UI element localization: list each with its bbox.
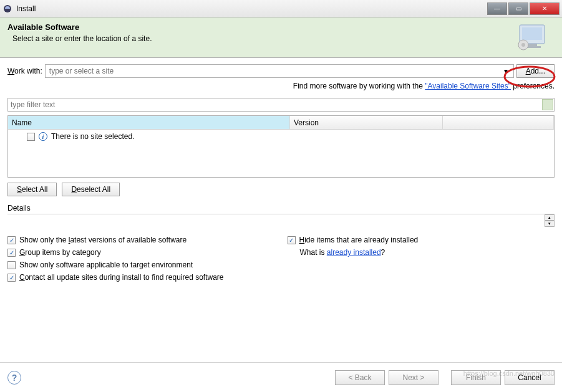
hide-installed-checkbox[interactable]: ✓ Hide items that are already installed [288,236,555,244]
find-more-hint: Find more software by working with the "… [7,82,555,90]
table-row: i There is no site selected. [8,130,554,143]
scroll-up-button[interactable]: ▴ [545,214,555,221]
clear-filter-button[interactable] [542,99,553,110]
empty-message: There is no site selected. [51,132,134,141]
work-with-label: Work with: [7,67,42,75]
work-with-combo[interactable]: ▾ [45,64,514,78]
filter-input[interactable] [7,98,555,112]
back-button[interactable]: < Back [335,370,385,385]
row-checkbox[interactable] [27,133,35,141]
column-name[interactable]: Name [8,116,290,129]
show-latest-checkbox[interactable]: ✓ Show only the latest versions of avail… [7,236,275,244]
contact-sites-checkbox[interactable]: ✓ Contact all update sites during instal… [7,273,555,282]
maximize-button[interactable]: ▭ [508,2,528,15]
window-title: Install [16,4,486,13]
available-sites-link[interactable]: "Available Software Sites" [425,82,511,90]
details-label: Details [7,204,555,214]
next-button[interactable]: Next > [389,370,438,385]
filter-wrap [7,98,555,112]
wizard-header: Available Software Select a site or ente… [0,17,562,58]
what-is-hint: What is already installed? [288,248,555,257]
work-with-row: Work with: ▾ Add... [7,64,555,78]
table-header: Name Version [8,116,554,130]
column-version[interactable]: Version [290,116,443,129]
install-wizard-icon [515,22,550,51]
options-grid: ✓ Show only the latest versions of avail… [7,236,555,282]
finish-button[interactable]: Finish [451,370,501,385]
window-controls: — ▭ ✕ [486,2,560,15]
header-subtitle: Select a site or enter the location of a… [7,34,515,43]
title-bar: Install — ▭ ✕ [0,0,562,17]
column-rest [443,116,554,129]
group-category-checkbox[interactable]: ✓ Group items by category [7,248,275,257]
applicable-env-checkbox[interactable]: Show only software applicable to target … [7,261,275,269]
deselect-all-button[interactable]: Deselect All [62,183,120,196]
software-table: Name Version i There is no site selected… [7,115,555,178]
wizard-footer: ? < Back Next > Finish Cancel [0,362,562,392]
selection-buttons: Select All Deselect All [7,183,555,196]
add-button[interactable]: Add... [516,64,555,78]
dropdown-icon[interactable]: ▾ [501,67,511,75]
work-with-input[interactable] [48,66,501,76]
details-box: ▴ ▾ [7,214,555,227]
close-button[interactable]: ✕ [530,2,560,15]
already-installed-link[interactable]: already installed [327,248,381,257]
scroll-down-button[interactable]: ▾ [545,221,555,227]
select-all-button[interactable]: Select All [7,183,57,196]
eclipse-icon [2,4,12,14]
minimize-button[interactable]: — [487,2,507,15]
svg-point-6 [521,43,525,47]
header-title: Available Software [7,22,515,32]
help-icon[interactable]: ? [7,371,21,385]
svg-rect-2 [522,27,542,40]
wizard-content: Work with: ▾ Add... Find more software b… [0,58,562,287]
info-icon: i [39,132,47,141]
cancel-button[interactable]: Cancel [505,370,555,385]
